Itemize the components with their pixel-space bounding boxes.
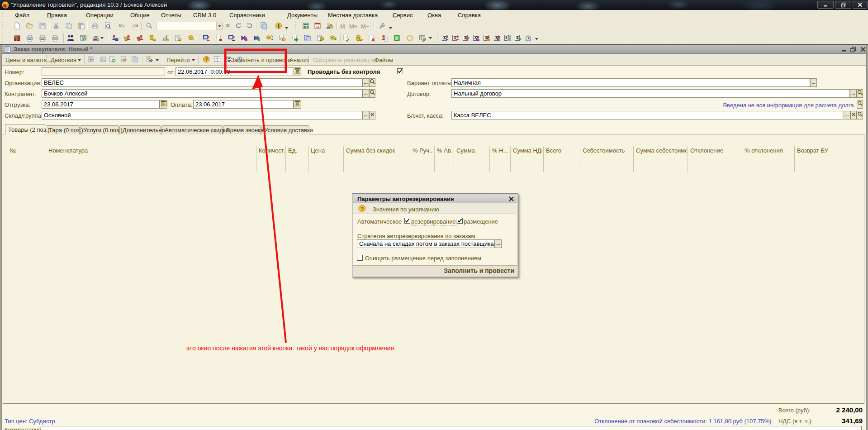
svg-text:?: ? bbox=[205, 57, 208, 62]
svg-text:?: ? bbox=[360, 206, 364, 211]
svg-text:1C: 1C bbox=[4, 3, 9, 7]
svg-text:31: 31 bbox=[316, 25, 320, 29]
svg-text:$: $ bbox=[84, 38, 86, 42]
